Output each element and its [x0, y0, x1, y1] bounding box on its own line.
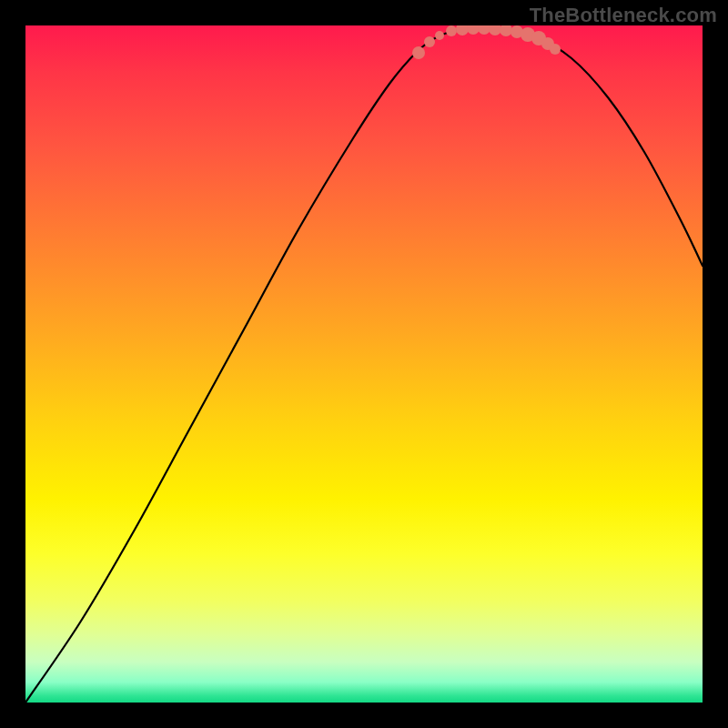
highlight-dot	[550, 44, 561, 55]
watermark-text: TheBottleneck.com	[530, 4, 717, 27]
highlight-dot	[467, 25, 480, 35]
bottleneck-curve	[25, 29, 703, 703]
plot-area	[25, 25, 703, 703]
curve-layer	[25, 25, 703, 703]
highlight-dot	[412, 46, 425, 59]
highlight-dot	[424, 36, 435, 47]
highlight-dot	[446, 25, 457, 36]
highlight-dot	[456, 25, 469, 35]
highlight-dot	[489, 25, 501, 35]
highlight-dots	[412, 25, 561, 59]
highlight-dot	[435, 31, 444, 40]
chart-frame: TheBottleneck.com	[0, 0, 728, 728]
highlight-dot	[500, 25, 512, 36]
highlight-dot	[478, 25, 490, 35]
